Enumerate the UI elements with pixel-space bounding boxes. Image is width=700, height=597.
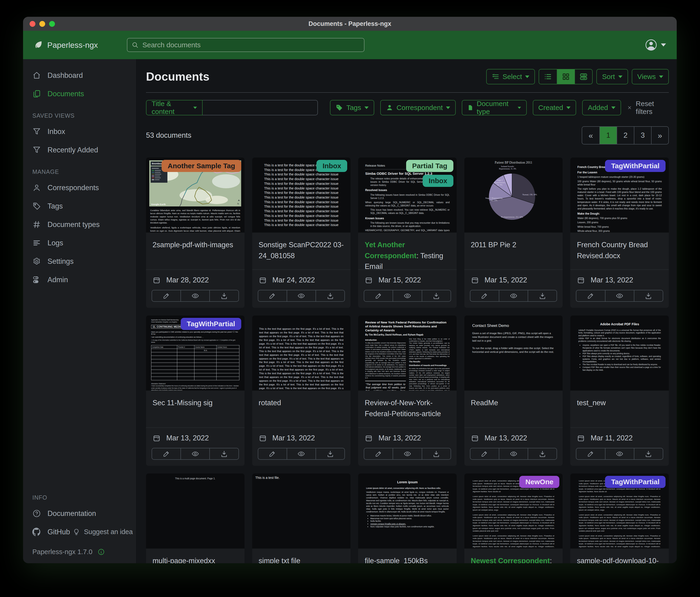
window-zoom-button[interactable] bbox=[49, 21, 55, 27]
download-button[interactable] bbox=[316, 290, 344, 301]
pagination-next[interactable]: » bbox=[651, 127, 668, 144]
document-card[interactable]: Adobe Acrobat PDF FilesAdobe® Portable D… bbox=[570, 315, 669, 466]
document-card[interactable]: Contact Sheet DemoGiven a set of image f… bbox=[464, 315, 563, 466]
download-button[interactable] bbox=[422, 448, 451, 459]
view-button[interactable] bbox=[393, 290, 422, 301]
download-button[interactable] bbox=[422, 290, 451, 301]
edit-button[interactable] bbox=[470, 448, 499, 459]
document-title[interactable]: simple txt file bbox=[252, 549, 351, 563]
edit-button[interactable] bbox=[576, 290, 605, 301]
added-filter-button[interactable]: Added bbox=[582, 100, 621, 115]
sidebar-item-documents[interactable]: Documents bbox=[23, 85, 135, 103]
edit-button[interactable] bbox=[364, 448, 393, 459]
document-title[interactable]: Sec 11-Missing sig bbox=[146, 390, 245, 428]
window-close-button[interactable] bbox=[30, 21, 35, 27]
tag-badge[interactable]: Partial Tag bbox=[406, 160, 453, 172]
info-circle-icon[interactable] bbox=[98, 548, 105, 555]
document-title[interactable]: ReadMe bbox=[464, 390, 563, 428]
view-button[interactable] bbox=[605, 448, 634, 459]
view-grid-button[interactable] bbox=[557, 69, 574, 84]
document-thumbnail[interactable]: Adobe Acrobat PDF FilesAdobe® Portable D… bbox=[570, 315, 669, 390]
document-thumbnail[interactable]: This is a multi page document. Page 1. bbox=[146, 474, 245, 549]
view-button[interactable] bbox=[287, 290, 316, 301]
document-thumbnail[interactable]: This is the text that appears on the fir… bbox=[252, 315, 351, 390]
correspondent-filter-button[interactable]: Correspondent bbox=[380, 100, 456, 115]
edit-button[interactable] bbox=[258, 290, 287, 301]
edit-button[interactable] bbox=[364, 290, 393, 301]
view-button[interactable] bbox=[499, 290, 528, 301]
sidebar-item-github[interactable]: GitHub bbox=[23, 523, 73, 541]
sidebar-item-logs[interactable]: Logs bbox=[23, 234, 135, 252]
document-title[interactable]: test_new bbox=[570, 390, 669, 428]
download-button[interactable] bbox=[316, 448, 344, 459]
edit-button[interactable] bbox=[152, 448, 180, 459]
sidebar-item-correspondents[interactable]: Correspondents bbox=[23, 178, 135, 197]
search-bar[interactable] bbox=[127, 38, 365, 52]
document-card[interactable]: Boundary Waters TripGoogle EarthNCurabit… bbox=[146, 158, 245, 308]
document-card[interactable]: French Country BreadFor the Leaven1 heap… bbox=[570, 158, 669, 308]
document-title[interactable]: French Country Bread Revised.docx bbox=[570, 233, 669, 270]
tag-badge[interactable]: Another Sample Tag bbox=[161, 160, 241, 172]
document-card[interactable]: Lorem ipsumLorem ipsum dolor sit amet, c… bbox=[358, 474, 457, 563]
view-cards-button[interactable] bbox=[574, 69, 592, 84]
document-thumbnail[interactable]: Lorem ipsumLorem ipsum dolor sit amet, c… bbox=[358, 474, 457, 549]
user-menu[interactable] bbox=[645, 39, 666, 51]
document-title[interactable]: rotated bbox=[252, 390, 351, 428]
tag-badge[interactable]: TagWithPartial bbox=[605, 476, 666, 488]
document-correspondent[interactable]: Newest Correspondent bbox=[471, 557, 550, 563]
tag-badge[interactable]: TagWithPartial bbox=[181, 318, 241, 330]
sidebar-item-suggest-idea[interactable]: Suggest an idea bbox=[73, 528, 133, 536]
document-card[interactable]: This is the text that appears on the fir… bbox=[252, 315, 351, 466]
document-card[interactable]: Release NotesSimba ODBC Driver for SQL S… bbox=[358, 158, 457, 308]
view-list-button[interactable] bbox=[539, 69, 557, 84]
view-button[interactable] bbox=[180, 290, 209, 301]
document-card[interactable]: Lorem ipsum dolor sit amet, consectetur … bbox=[570, 474, 669, 563]
sidebar-item-tags[interactable]: Tags bbox=[23, 197, 135, 215]
download-button[interactable] bbox=[634, 290, 663, 301]
sidebar-item-documentation[interactable]: Documentation bbox=[23, 504, 135, 523]
edit-button[interactable] bbox=[576, 448, 605, 459]
view-button[interactable] bbox=[393, 448, 422, 459]
sort-button[interactable]: Sort bbox=[596, 69, 628, 85]
tag-badge[interactable]: NewOne bbox=[519, 476, 559, 488]
edit-button[interactable] bbox=[152, 290, 180, 301]
document-title[interactable]: Sonstige ScanPC2022 03-24_081058 bbox=[252, 233, 351, 270]
document-card[interactable]: Patient BP Distribution 2011Normal, 158,… bbox=[464, 158, 563, 308]
document-title[interactable]: 2sample-pdf-with-images bbox=[146, 233, 245, 270]
document-thumbnail[interactable]: Patient BP Distribution 2011Normal, 158,… bbox=[464, 158, 563, 233]
document-correspondent[interactable]: Yet Another Correspondent bbox=[365, 241, 416, 260]
filter-text-input[interactable] bbox=[203, 100, 318, 115]
pagination-page-1[interactable]: 1 bbox=[599, 127, 617, 144]
document-title[interactable]: 2011 BP Pie 2 bbox=[464, 233, 563, 270]
edit-button[interactable] bbox=[258, 448, 287, 459]
document-title[interactable]: Newest Correspondent: f_combineds bbox=[464, 549, 563, 563]
document-thumbnail[interactable]: This is a test file. bbox=[252, 474, 351, 549]
sidebar-item-document-types[interactable]: Document types bbox=[23, 215, 135, 234]
pagination-prev[interactable]: « bbox=[582, 127, 599, 144]
download-button[interactable] bbox=[528, 448, 556, 459]
document-card[interactable]: Application for Medical Staff Membership… bbox=[146, 315, 245, 466]
pagination-page-2[interactable]: 2 bbox=[617, 127, 634, 144]
view-button[interactable] bbox=[499, 448, 528, 459]
window-minimize-button[interactable] bbox=[39, 21, 45, 27]
document-card[interactable]: Review of New York Federal Petitions for… bbox=[358, 315, 457, 466]
sidebar-item-settings[interactable]: Settings bbox=[23, 252, 135, 270]
tag-badge[interactable]: Inbox bbox=[317, 160, 347, 172]
pagination-page-3[interactable]: 3 bbox=[634, 127, 651, 144]
document-card[interactable]: This is a test file.simple txt file bbox=[252, 474, 351, 563]
search-input[interactable] bbox=[142, 41, 360, 49]
document-title[interactable]: multi-page-mixedxx bbox=[146, 549, 245, 563]
tag-badge[interactable]: TagWithPartial bbox=[605, 160, 666, 172]
document-card[interactable]: This is a multi page document. Page 1.mu… bbox=[146, 474, 245, 563]
download-button[interactable] bbox=[634, 448, 663, 459]
select-button[interactable]: Select bbox=[486, 69, 535, 85]
download-button[interactable] bbox=[209, 448, 238, 459]
sidebar-item-recently-added[interactable]: Recently Added bbox=[23, 141, 135, 159]
document-title[interactable]: sample-pdf-download-10-mb-longer-title bbox=[570, 549, 669, 563]
document-card[interactable]: Lorem ipsum dolor sit amet, consectetur … bbox=[464, 474, 563, 563]
sidebar-item-admin[interactable]: Admin bbox=[23, 270, 135, 289]
document-card[interactable]: This is a test for the double space char… bbox=[252, 158, 351, 308]
download-button[interactable] bbox=[209, 290, 238, 301]
title-content-dropdown[interactable]: Title & content bbox=[146, 100, 203, 115]
document-title[interactable]: Review-of-New-York-Federal-Petitions-art… bbox=[358, 390, 457, 428]
